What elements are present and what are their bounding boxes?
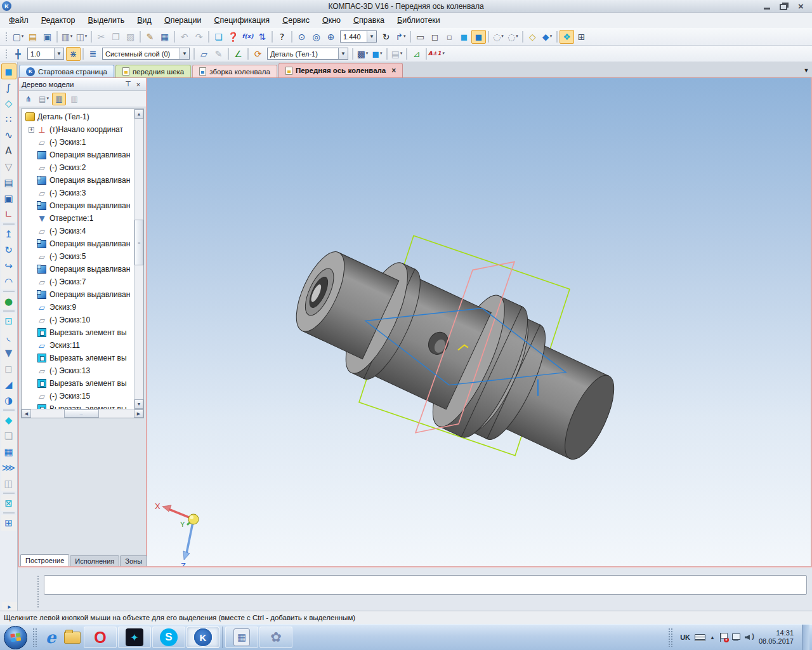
layer-combo[interactable]: Системный слой (0) ▼ [102,48,190,60]
separator[interactable] [352,48,353,60]
hole-icon[interactable]: ▼ [1,345,16,361]
hidden-thin-button[interactable]: ▫ [442,30,457,44]
renumber-button[interactable]: ⇅ [255,30,270,44]
solid-modeling-icon[interactable]: ◼ [1,63,16,79]
toolbar-grip[interactable] [5,49,8,59]
separator[interactable] [3,310,15,312]
scroll-right-icon[interactable]: ▶ [134,409,143,418]
filter-icon[interactable]: ▽ [1,159,16,175]
document-tab[interactable]: Передняя ось коленвала [278,63,403,77]
document-tab[interactable]: передния шека [115,65,191,77]
separator[interactable] [228,48,229,60]
measure-button[interactable]: ⊿ [409,47,424,61]
loft-icon[interactable]: ◠ [1,274,16,289]
scrollbar-thumb[interactable]: ≡ [134,220,143,265]
hide-objects-button[interactable]: ◌ [491,30,506,44]
step-dropdown-icon[interactable]: ▼ [54,48,63,59]
mirror-icon[interactable]: ◫ [1,475,16,491]
tree-vertical-scrollbar[interactable]: ▲ ≡ ▼ [134,109,143,409]
print-preview-button[interactable]: ◫ [74,30,89,44]
tree-bottom-tab[interactable]: Построение [20,554,69,566]
tab-close-button[interactable] [391,66,396,75]
separator[interactable] [426,48,427,60]
extrude-icon[interactable]: ↥ [1,226,16,242]
copy-button[interactable]: ❐ [108,30,123,44]
tree-item[interactable]: (-) Эскиз:1 [22,136,134,149]
stamp-button[interactable]: ▤ [390,47,404,61]
boss-icon[interactable]: ● [1,293,16,309]
menu-item[interactable]: Библиотеки [391,14,447,27]
rebuild-button[interactable]: ⟳ [251,47,265,61]
print-button[interactable]: ▥ [60,30,74,44]
separator[interactable] [3,223,15,225]
tree-item[interactable]: Операция выдавливан [22,237,134,250]
lock-icon[interactable]: ⊠ [1,495,16,511]
file-explorer-button[interactable] [62,627,83,648]
zoom-in-button[interactable]: ⊕ [324,30,338,44]
points-icon[interactable]: ∷ [1,111,16,127]
fillet-icon[interactable]: ◟ [1,329,16,345]
paint-button[interactable]: ✿ [259,627,292,648]
redo-button[interactable]: ↷ [192,30,206,44]
paste-button[interactable]: ▨ [123,30,138,44]
document-tab[interactable]: Стартовая страница [19,65,114,77]
property-panel-grip[interactable] [37,575,40,608]
strip-expand-arrow[interactable]: ▸ [2,602,17,611]
tree-expander-icon[interactable] [29,127,34,133]
plane-icon[interactable]: ◇ [1,95,16,111]
restore-button[interactable] [775,1,792,11]
volume-icon[interactable] [745,633,754,641]
tree-item[interactable]: Отверстие:1 [22,212,134,225]
dimensions-3d-button[interactable]: ⊞ [574,30,589,44]
tree-item[interactable]: (т)Начало координат [22,123,134,136]
tree-item[interactable]: Операция выдавливан [22,263,134,275]
spline-text-icon[interactable]: A [1,143,16,159]
tree-filter-button[interactable]: ▤ [37,93,51,105]
zoom-scale-dropdown-icon[interactable]: ▼ [367,31,376,42]
layer-dropdown-icon[interactable]: ▼ [180,48,189,59]
tree-item[interactable]: Вырезать элемент вы [22,402,134,409]
tree-horizontal-scrollbar[interactable]: ◀ ∙∙∙ ▶ [22,409,143,418]
separator[interactable] [406,48,407,60]
separator[interactable] [410,31,411,43]
toolbar-grip[interactable] [5,32,8,42]
rotate-view-button[interactable]: ↻ [379,30,393,44]
tree-item[interactable]: (-) Эскиз:10 [22,314,134,326]
separator[interactable] [56,31,58,43]
document-tab[interactable]: зборка коленвала [192,65,277,77]
menu-item[interactable]: Редактор [35,14,82,27]
calculator-button[interactable]: ▦ [225,627,258,648]
separator[interactable] [522,31,523,43]
viewport-3d[interactable]: X Y Z [147,78,811,566]
hidden-lines-button[interactable]: ◻ [428,30,442,44]
shaded-edges-button[interactable]: ◼ [471,30,486,44]
tree-item[interactable]: (-) Эскиз:5 [22,250,134,263]
orientation-button[interactable]: ↱ [393,30,408,44]
menu-item[interactable]: Файл [3,14,35,27]
tab-list-dropdown-icon[interactable]: ▼ [801,65,812,76]
tolerance-button[interactable]: A±1 [429,47,443,61]
undo-button[interactable]: ↶ [177,30,192,44]
tree-item[interactable]: Операция выдавливан [22,199,134,212]
new-document-button[interactable]: ▢ [11,30,25,44]
close-button[interactable] [792,1,809,11]
separator[interactable] [208,31,209,43]
pin-icon[interactable]: ⊤ [123,79,133,89]
hide-components-button[interactable]: ◌ [506,30,520,44]
separator[interactable] [247,48,249,60]
tree-item[interactable]: Операция выдавливан [22,149,134,161]
menu-item[interactable]: Вид [131,14,158,27]
separator[interactable] [140,31,141,43]
sweep-icon[interactable]: ↪ [1,258,16,274]
context-help-button[interactable]: ? [275,30,289,44]
zoom-frame-button[interactable]: ◎ [309,30,324,44]
start-button[interactable] [4,626,27,649]
tree-document-button[interactable]: ▥ [52,93,66,105]
model-part[interactable] [275,219,635,489]
quick-display-button[interactable]: ◆ [540,30,554,44]
separator[interactable] [3,409,15,411]
cut-revolve-icon[interactable]: ◑ [1,392,16,408]
shell2-icon[interactable]: ❏ [1,428,16,444]
spline-icon[interactable]: ∫ [1,79,16,95]
section-display-button[interactable]: ▩ [355,47,370,61]
